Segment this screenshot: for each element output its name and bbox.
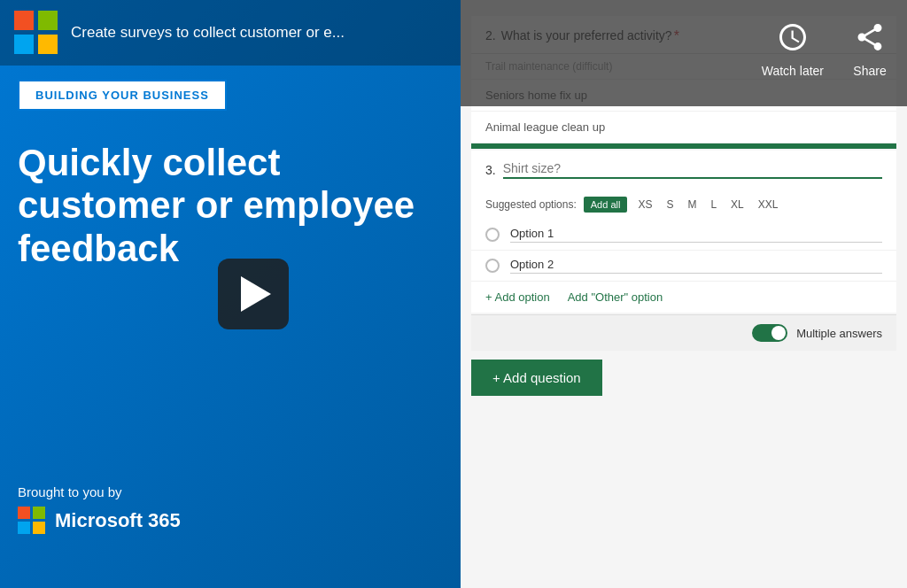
add-all-button[interactable]: Add all xyxy=(584,197,628,213)
headline-text: Quickly collect customer or employee fee… xyxy=(18,142,443,270)
green-separator xyxy=(471,143,896,149)
share-label: Share xyxy=(853,64,886,78)
add-question-button[interactable]: + Add question xyxy=(471,360,602,396)
right-panel: Watch later Share 2. What is your prefer… xyxy=(461,0,907,588)
size-s-button[interactable]: S xyxy=(663,197,677,213)
add-options-row: + Add option Add "Other" option xyxy=(471,282,896,313)
q3-number: 3. xyxy=(485,163,496,177)
m365-logo: Microsoft 365 xyxy=(18,507,181,535)
option-1-row xyxy=(471,220,896,251)
q2-option-3: Animal league clean up xyxy=(471,112,896,143)
option-2-radio[interactable] xyxy=(485,259,500,273)
multiple-answers-label: Multiple answers xyxy=(796,327,882,340)
sponsor-section: Brought to you by Microsoft 365 xyxy=(18,484,181,535)
suggested-options-label: Suggested options: xyxy=(485,198,577,211)
option-2-row xyxy=(471,251,896,282)
m365-green xyxy=(33,507,45,519)
q3-header: 3. xyxy=(471,151,896,190)
option-1-input[interactable] xyxy=(510,227,882,243)
video-container: Create surveys to collect customer or e.… xyxy=(0,0,907,588)
size-m-button[interactable]: M xyxy=(684,197,700,213)
clock-icon xyxy=(773,18,812,57)
add-other-option-link[interactable]: Add "Other" option xyxy=(568,290,663,304)
m365-yellow xyxy=(33,522,45,534)
ms-logo-yellow xyxy=(38,35,58,54)
sponsor-prefix: Brought to you by xyxy=(18,484,181,499)
question-3-section: 3. Suggested options: Add all XS S M L X… xyxy=(471,151,896,313)
top-bar: Create surveys to collect customer or e.… xyxy=(0,0,461,66)
share-button[interactable]: Share xyxy=(850,18,889,78)
ms-logo-red xyxy=(14,11,34,30)
size-xl-button[interactable]: XL xyxy=(727,197,748,213)
option-2-input[interactable] xyxy=(510,258,882,274)
q3-input[interactable] xyxy=(503,161,882,179)
size-xs-button[interactable]: XS xyxy=(634,197,655,213)
multiple-answers-toggle[interactable] xyxy=(752,324,787,342)
size-xxl-button[interactable]: XXL xyxy=(755,197,782,213)
multiple-answers-row: Multiple answers xyxy=(752,324,882,342)
m365-name: Microsoft 365 xyxy=(55,509,181,532)
left-panel: Create surveys to collect customer or e.… xyxy=(0,0,461,588)
play-triangle-icon xyxy=(241,276,271,312)
m365-squares-icon xyxy=(18,507,46,535)
size-l-button[interactable]: L xyxy=(707,197,720,213)
ms-logo-green xyxy=(38,11,58,30)
building-your-business-badge: BUILDING YOUR BUSINESS xyxy=(18,80,227,111)
suggested-options-row: Suggested options: Add all XS S M L XL X… xyxy=(471,190,896,220)
watch-later-label: Watch later xyxy=(762,64,824,78)
bottom-bar: Multiple answers xyxy=(471,314,896,351)
overlay-bar: Watch later Share xyxy=(461,0,907,106)
play-button[interactable] xyxy=(218,259,289,329)
watch-later-button[interactable]: Watch later xyxy=(762,18,824,78)
ms-logo-blue xyxy=(14,35,34,54)
share-icon xyxy=(850,18,889,57)
option-1-radio[interactable] xyxy=(485,228,500,242)
m365-red xyxy=(18,507,30,519)
toggle-knob xyxy=(771,326,786,340)
video-title: Create surveys to collect customer or e.… xyxy=(71,23,345,43)
ms-logo-icon xyxy=(14,11,58,55)
m365-blue xyxy=(18,522,30,534)
add-option-link[interactable]: + Add option xyxy=(485,290,550,304)
